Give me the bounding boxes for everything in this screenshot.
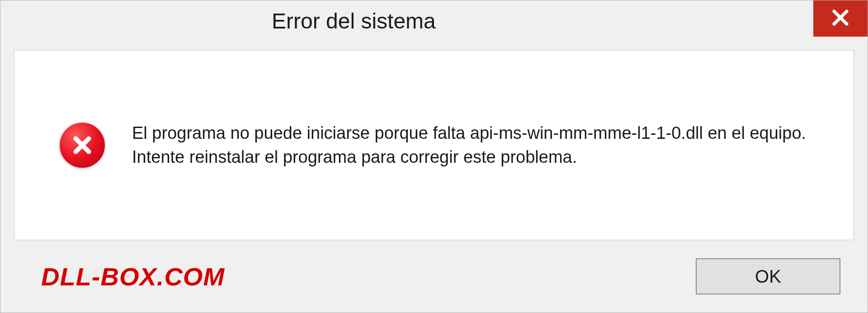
- watermark-text: DLL-BOX.COM: [41, 262, 225, 291]
- dialog-footer: DLL-BOX.COM OK: [0, 240, 868, 313]
- dialog-title: Error del sistema: [272, 9, 436, 33]
- error-icon: [60, 123, 105, 168]
- ok-button-label: OK: [755, 266, 781, 287]
- ok-button[interactable]: OK: [696, 258, 840, 294]
- error-dialog: Error del sistema El programa no puede i…: [0, 0, 868, 313]
- close-icon: [830, 7, 851, 30]
- titlebar: Error del sistema: [0, 0, 868, 41]
- content-panel: El programa no puede iniciarse porque fa…: [14, 50, 854, 240]
- error-message: El programa no puede iniciarse porque fa…: [132, 121, 826, 169]
- close-button[interactable]: [813, 0, 868, 37]
